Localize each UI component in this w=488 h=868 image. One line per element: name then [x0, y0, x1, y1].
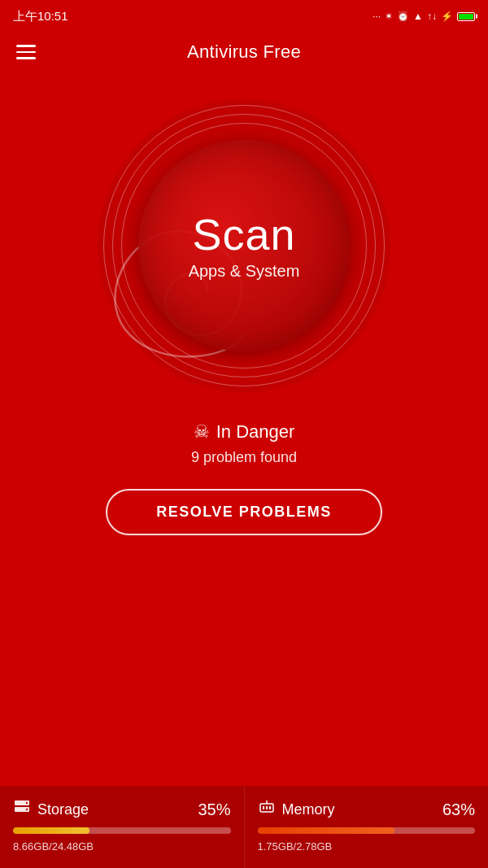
storage-card-header: Storage 35%	[13, 799, 231, 821]
memory-progress-fill	[258, 827, 395, 834]
storage-title-row: Storage	[13, 799, 89, 821]
scan-sub-text: Apps & System	[189, 262, 300, 281]
storage-card: Storage 35% 8.66GB/24.48GB	[0, 786, 245, 868]
outer-scan-circle: Scan Apps & System	[98, 99, 390, 392]
alarm-icon: ⏰	[397, 11, 409, 22]
menu-button[interactable]	[16, 45, 36, 59]
wifi-icon: ▲	[413, 11, 423, 22]
memory-card: Memory 63% 1.75GB/2.78GB	[245, 786, 489, 868]
signal-bars-icon: ↑↓	[427, 11, 437, 22]
problem-count: 9 problem found	[191, 449, 297, 466]
storage-title: Storage	[37, 801, 89, 818]
memory-title: Memory	[282, 801, 335, 818]
app-title: Antivirus Free	[187, 41, 301, 63]
storage-icon	[13, 799, 31, 821]
memory-detail: 1.75GB/2.78GB	[258, 840, 333, 853]
svg-point-2	[26, 802, 28, 804]
scan-button[interactable]: Scan Apps & System	[138, 140, 350, 351]
app-header: Antivirus Free	[0, 29, 488, 75]
signal-dots-icon: ···	[373, 11, 381, 22]
status-icons: ··· ✶ ⏰ ▲ ↑↓ ⚡	[373, 11, 475, 22]
status-time: 上午10:51	[13, 9, 68, 24]
storage-progress-fill	[13, 827, 89, 834]
scan-main-text: Scan	[192, 211, 295, 259]
scan-area: Scan Apps & System	[0, 99, 488, 392]
danger-row: ☠ In Danger	[194, 421, 295, 443]
svg-rect-7	[269, 806, 271, 809]
status-bar: 上午10:51 ··· ✶ ⏰ ▲ ↑↓ ⚡	[0, 0, 488, 29]
battery-icon	[457, 12, 475, 21]
lightning-icon: ⚡	[441, 11, 453, 22]
danger-text: In Danger	[216, 421, 295, 443]
bottom-cards: Storage 35% 8.66GB/24.48GB	[0, 786, 488, 868]
memory-percent: 63%	[442, 800, 475, 819]
storage-progress-bg	[13, 827, 231, 834]
skull-icon: ☠	[194, 421, 210, 443]
memory-card-header: Memory 63%	[258, 799, 476, 821]
svg-point-3	[26, 809, 28, 810]
svg-rect-5	[263, 806, 264, 809]
memory-title-row: Memory	[258, 799, 335, 821]
bluetooth-icon: ✶	[385, 11, 393, 22]
status-section: ☠ In Danger 9 problem found RESOLVE PROB…	[0, 421, 488, 535]
memory-icon	[258, 799, 276, 821]
svg-rect-6	[266, 806, 268, 809]
memory-progress-bg	[258, 827, 476, 834]
storage-detail: 8.66GB/24.48GB	[13, 840, 94, 853]
storage-percent: 35%	[198, 800, 230, 819]
resolve-problems-button[interactable]: RESOLVE PROBLEMS	[106, 489, 382, 535]
